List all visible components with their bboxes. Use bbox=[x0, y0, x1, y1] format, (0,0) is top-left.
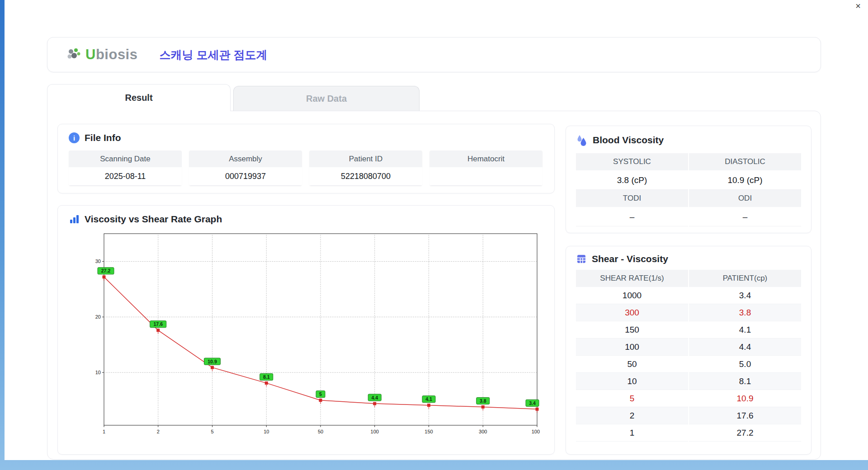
field-assembly: Assembly 000719937 bbox=[189, 150, 302, 186]
close-icon[interactable]: × bbox=[855, 1, 861, 11]
shear-viscosity-header: Shear - Viscosity bbox=[576, 254, 801, 264]
patient-cell: 17.6 bbox=[689, 407, 801, 424]
file-info-title: File Info bbox=[85, 132, 121, 143]
field-value: 52218080700 bbox=[309, 167, 422, 186]
patient-column-header: PATIENT(cp) bbox=[689, 270, 801, 287]
svg-text:10.9: 10.9 bbox=[208, 359, 217, 364]
patient-cell: 8.1 bbox=[689, 373, 801, 390]
diastolic-label: DIASTOLIC bbox=[689, 153, 801, 170]
logo-text: Ubiosis bbox=[85, 47, 137, 63]
table-row: 3003.8 bbox=[576, 304, 801, 321]
info-icon: i bbox=[69, 132, 80, 143]
graph-title: Viscosity vs Shear Rate Graph bbox=[85, 214, 222, 225]
field-label: Hematocrit bbox=[429, 150, 542, 167]
graph-section: Viscosity vs Shear Rate Graph 1251050100… bbox=[57, 205, 555, 455]
svg-text:2: 2 bbox=[157, 429, 160, 434]
shear-rate-cell: 2 bbox=[576, 407, 688, 424]
droplets-icon bbox=[576, 134, 588, 146]
file-info-section: i File Info Scanning Date 2025-08-11 Ass… bbox=[57, 124, 555, 193]
svg-text:4.1: 4.1 bbox=[425, 396, 432, 402]
file-info-fields: Scanning Date 2025-08-11 Assembly 000719… bbox=[69, 150, 543, 186]
viscosity-chart: 1251050100150300100010203027.217.610.98.… bbox=[88, 231, 540, 443]
odi-value: – bbox=[689, 207, 801, 226]
shear-viscosity-title: Shear - Viscosity bbox=[592, 254, 668, 264]
svg-text:17.6: 17.6 bbox=[154, 321, 163, 327]
graph-header: Viscosity vs Shear Rate Graph bbox=[69, 214, 543, 225]
field-scanning-date: Scanning Date 2025-08-11 bbox=[69, 150, 182, 186]
shear-rate-cell: 100 bbox=[576, 338, 688, 356]
field-value: 000719937 bbox=[189, 167, 302, 186]
svg-text:5: 5 bbox=[211, 429, 213, 434]
table-row: 1504.1 bbox=[576, 321, 801, 338]
chart-wrap: 1251050100150300100010203027.217.610.98.… bbox=[88, 231, 543, 443]
ubiosis-logo: Ubiosis bbox=[66, 47, 137, 63]
svg-text:300: 300 bbox=[479, 429, 487, 434]
svg-text:8.1: 8.1 bbox=[263, 374, 270, 380]
systolic-value: 3.8 (cP) bbox=[576, 170, 688, 190]
shear-rate-cell: 50 bbox=[576, 356, 688, 373]
diastolic-value: 10.9 (cP) bbox=[689, 170, 801, 190]
field-value bbox=[429, 167, 542, 186]
shear-rate-cell: 10 bbox=[576, 373, 688, 390]
todi-value: – bbox=[576, 207, 688, 226]
svg-text:1: 1 bbox=[103, 429, 105, 434]
bar-chart-icon bbox=[69, 214, 80, 225]
logo-dots-icon bbox=[66, 47, 82, 62]
patient-cell: 27.2 bbox=[689, 424, 801, 442]
svg-text:3.8: 3.8 bbox=[480, 398, 486, 404]
blood-viscosity-table: SYSTOLIC DIASTOLIC 3.8 (cP) 10.9 (cP) TO… bbox=[576, 153, 801, 226]
svg-text:50: 50 bbox=[318, 429, 323, 434]
table-row: 505.0 bbox=[576, 356, 801, 373]
svg-text:10: 10 bbox=[95, 370, 101, 375]
field-label: Assembly bbox=[189, 150, 302, 167]
shear-rate-cell: 150 bbox=[576, 321, 688, 338]
patient-cell: 3.4 bbox=[689, 287, 801, 304]
todi-label: TODI bbox=[576, 190, 688, 207]
app-header: Ubiosis 스캐닝 모세관 점도계 bbox=[47, 37, 821, 72]
table-body: 10003.43003.81504.11004.4505.0108.1510.9… bbox=[576, 287, 801, 442]
field-patient-id: Patient ID 52218080700 bbox=[309, 150, 422, 186]
field-hematocrit: Hematocrit bbox=[429, 150, 542, 186]
file-info-header: i File Info bbox=[69, 132, 543, 143]
field-label: Patient ID bbox=[309, 150, 422, 167]
shear-rate-cell: 1000 bbox=[576, 287, 688, 304]
svg-text:5: 5 bbox=[319, 391, 322, 397]
field-value: 2025-08-11 bbox=[69, 167, 182, 186]
patient-cell: 10.9 bbox=[689, 390, 801, 407]
table-row: 127.2 bbox=[576, 424, 801, 442]
patient-cell: 3.8 bbox=[689, 304, 801, 321]
odi-label: ODI bbox=[689, 190, 801, 207]
app-window: × Ubiosis 스캐닝 모세관 점도계 Result Raw Data i … bbox=[5, 0, 868, 460]
page-title: 스캐닝 모세관 점도계 bbox=[159, 47, 267, 62]
svg-text:1000: 1000 bbox=[532, 429, 540, 434]
table-row: 1004.4 bbox=[576, 338, 801, 356]
shear-rate-column-header: SHEAR RATE(1/s) bbox=[576, 270, 688, 287]
shear-viscosity-table: SHEAR RATE(1/s) PATIENT(cp) 10003.43003.… bbox=[576, 270, 801, 442]
table-row: 510.9 bbox=[576, 390, 801, 407]
svg-text:150: 150 bbox=[425, 429, 433, 434]
blood-viscosity-header: Blood Viscosity bbox=[576, 134, 801, 146]
patient-cell: 4.1 bbox=[689, 321, 801, 338]
tab-result[interactable]: Result bbox=[47, 84, 231, 111]
table-row: 217.6 bbox=[576, 407, 801, 424]
shear-rate-cell: 1 bbox=[576, 424, 688, 442]
table-header-row: SHEAR RATE(1/s) PATIENT(cp) bbox=[576, 270, 801, 287]
result-panel: i File Info Scanning Date 2025-08-11 Ass… bbox=[47, 111, 821, 460]
blood-viscosity-section: Blood Viscosity SYSTOLIC DIASTOLIC 3.8 (… bbox=[566, 126, 811, 233]
svg-text:3.4: 3.4 bbox=[529, 400, 536, 406]
table-row: 10003.4 bbox=[576, 287, 801, 304]
shear-rate-cell: 5 bbox=[576, 390, 688, 407]
systolic-label: SYSTOLIC bbox=[576, 153, 688, 170]
tab-raw-data[interactable]: Raw Data bbox=[233, 86, 420, 111]
shear-viscosity-section: Shear - Viscosity SHEAR RATE(1/s) PATIEN… bbox=[566, 246, 811, 455]
blood-viscosity-title: Blood Viscosity bbox=[593, 135, 664, 146]
svg-text:10: 10 bbox=[264, 429, 269, 434]
field-label: Scanning Date bbox=[69, 150, 182, 167]
grid-table-icon bbox=[576, 254, 587, 264]
table-row: 108.1 bbox=[576, 373, 801, 390]
svg-text:4.4: 4.4 bbox=[371, 395, 378, 400]
patient-cell: 4.4 bbox=[689, 338, 801, 356]
patient-cell: 5.0 bbox=[689, 356, 801, 373]
svg-text:20: 20 bbox=[95, 314, 101, 320]
svg-text:27.2: 27.2 bbox=[101, 268, 111, 273]
